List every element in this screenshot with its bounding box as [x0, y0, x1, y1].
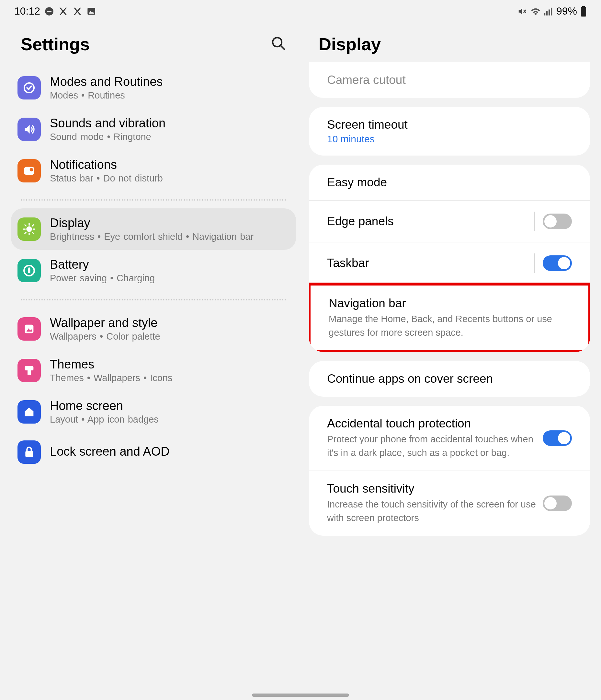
toggle-divider	[534, 211, 535, 231]
lock-screen-icon	[18, 441, 41, 464]
status-right: 99%	[518, 5, 587, 17]
item-touch-sensitivity[interactable]: Touch sensitivity Increase the touch sen…	[309, 471, 590, 536]
card-title: Touch sensitivity	[327, 482, 536, 496]
settings-item-subtitle: Status bar • Do not disturb	[50, 173, 289, 184]
card-subtitle: Increase the touch sensitivity of the sc…	[327, 497, 536, 525]
card-display-options: Easy mode Edge panels Taskbar Navigation…	[309, 165, 590, 352]
card-title: Taskbar	[327, 256, 369, 270]
settings-pane: Settings Modes and Routines Modes • Rout…	[11, 21, 296, 545]
svg-line-23	[32, 232, 34, 234]
settings-item-title: Wallpaper and style	[50, 316, 289, 330]
home-indicator[interactable]	[252, 694, 349, 697]
settings-item-wallpaper[interactable]: Wallpaper and style Wallpapers • Color p…	[11, 308, 296, 350]
settings-item-themes[interactable]: Themes Themes • Wallpapers • Icons	[11, 350, 296, 391]
card-title: Easy mode	[327, 176, 572, 189]
settings-item-modes-routines[interactable]: Modes and Routines Modes • Routines	[11, 67, 296, 108]
settings-item-subtitle: Layout • App icon badges	[50, 414, 289, 425]
item-accidental-touch[interactable]: Accidental touch protection Protect your…	[309, 406, 590, 471]
settings-item-title: Modes and Routines	[50, 75, 289, 89]
edge-panels-toggle[interactable]	[543, 214, 572, 229]
card-camera-cutout: Camera cutout	[309, 62, 590, 98]
settings-title: Settings	[21, 34, 90, 54]
image-icon	[87, 7, 96, 16]
settings-item-sounds[interactable]: Sounds and vibration Sound mode • Ringto…	[11, 108, 296, 150]
settings-item-subtitle: Themes • Wallpapers • Icons	[50, 373, 289, 383]
settings-item-display[interactable]: Display Brightness • Eye comfort shield …	[11, 208, 296, 250]
item-taskbar[interactable]: Taskbar	[309, 242, 590, 284]
card-screen-timeout: Screen timeout 10 minutes	[309, 107, 590, 155]
battery-percent: 99%	[556, 5, 577, 17]
mute-icon	[518, 6, 527, 16]
item-screen-timeout[interactable]: Screen timeout 10 minutes	[309, 107, 590, 155]
item-continue-apps[interactable]: Continue apps on cover screen	[309, 361, 590, 397]
card-title: Screen timeout	[327, 118, 572, 131]
svg-rect-15	[24, 167, 34, 175]
settings-item-lock-screen[interactable]: Lock screen and AOD	[11, 433, 296, 472]
svg-point-16	[30, 168, 33, 171]
item-edge-panels[interactable]: Edge panels	[309, 200, 590, 242]
card-title: Camera cutout	[327, 73, 572, 87]
svg-rect-27	[28, 268, 30, 273]
card-title: Edge panels	[327, 215, 394, 228]
card-touch: Accidental touch protection Protect your…	[309, 406, 590, 536]
toggle-divider	[534, 253, 535, 273]
svg-point-17	[26, 226, 32, 232]
display-title: Display	[319, 34, 381, 54]
card-title: Navigation bar	[329, 297, 570, 310]
themes-icon	[18, 359, 41, 382]
svg-line-24	[25, 232, 26, 234]
svg-rect-11	[581, 7, 586, 16]
battery-settings-icon	[18, 259, 41, 282]
settings-item-home-screen[interactable]: Home screen Layout • App icon badges	[11, 391, 296, 433]
settings-item-title: Themes	[50, 357, 289, 371]
card-subtitle: Protect your phone from accidental touch…	[327, 432, 536, 459]
notifications-icon	[18, 159, 41, 182]
svg-rect-7	[546, 11, 548, 16]
item-easy-mode[interactable]: Easy mode	[309, 165, 590, 200]
settings-item-title: Display	[50, 216, 289, 230]
card-subtitle: Manage the Home, Back, and Recents butto…	[329, 312, 570, 339]
wifi-icon	[530, 7, 541, 16]
settings-item-title: Notifications	[50, 158, 289, 172]
touch-sensitivity-toggle[interactable]	[543, 496, 572, 511]
display-icon	[18, 218, 41, 241]
routines-icon	[18, 76, 41, 99]
settings-item-subtitle: Sound mode • Ringtone	[50, 131, 289, 142]
settings-item-battery[interactable]: Battery Power saving • Charging	[11, 250, 296, 291]
svg-rect-28	[28, 267, 30, 269]
status-time: 10:12	[14, 5, 40, 17]
svg-rect-9	[551, 7, 552, 15]
card-value: 10 minutes	[327, 133, 572, 145]
settings-item-subtitle: Modes • Routines	[50, 90, 289, 101]
divider	[21, 199, 286, 201]
svg-rect-6	[544, 13, 545, 15]
home-screen-icon	[18, 400, 41, 424]
status-bar: 10:12 99%	[0, 0, 601, 21]
sounds-icon	[18, 118, 41, 141]
settings-item-subtitle: Brightness • Eye comfort shield • Naviga…	[50, 231, 289, 242]
svg-line-25	[32, 225, 34, 226]
item-navigation-bar[interactable]: Navigation bar Manage the Home, Back, an…	[309, 282, 590, 352]
item-camera-cutout[interactable]: Camera cutout	[309, 62, 590, 98]
display-pane: Display Camera cutout Screen timeout 10 …	[309, 21, 590, 545]
status-left: 10:12	[14, 5, 96, 17]
svg-line-13	[281, 45, 284, 49]
svg-rect-8	[549, 9, 550, 15]
settings-item-title: Home screen	[50, 399, 289, 413]
svg-rect-1	[47, 11, 51, 12]
svg-line-22	[25, 225, 26, 226]
settings-item-notifications[interactable]: Notifications Status bar • Do not distur…	[11, 150, 296, 192]
taskbar-toggle[interactable]	[543, 255, 572, 271]
x-app-icon-2	[73, 6, 82, 16]
accidental-touch-toggle[interactable]	[543, 430, 572, 446]
signal-icon	[544, 7, 553, 16]
settings-item-title: Battery	[50, 258, 289, 272]
settings-item-title: Lock screen and AOD	[50, 445, 289, 458]
wallpaper-icon	[18, 317, 41, 341]
card-title: Accidental touch protection	[327, 417, 536, 430]
search-icon[interactable]	[271, 36, 286, 52]
settings-item-subtitle: Power saving • Charging	[50, 273, 289, 283]
battery-icon	[580, 6, 587, 17]
x-app-icon	[58, 6, 68, 16]
settings-item-subtitle: Wallpapers • Color palette	[50, 331, 289, 342]
